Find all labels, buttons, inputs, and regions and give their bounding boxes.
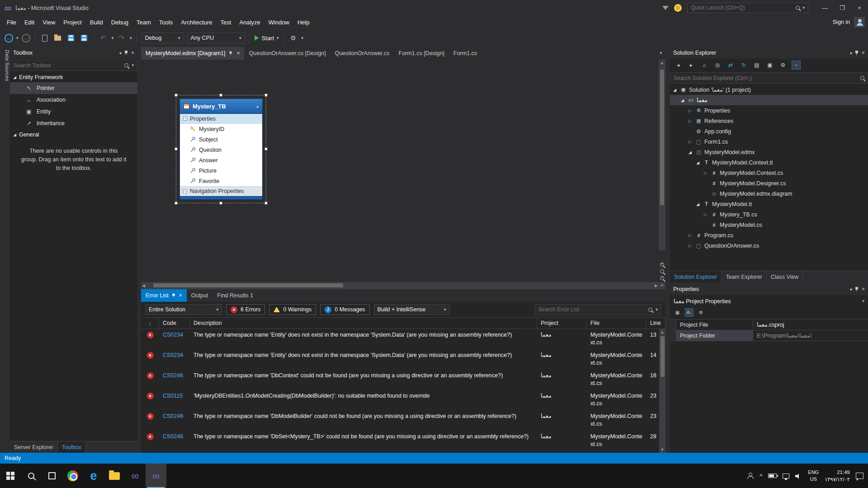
expander-icon[interactable]: ▷ [687, 244, 693, 248]
project-column-header[interactable]: Project [537, 318, 587, 328]
error-row[interactable]: × CS0246 The type or namespace name 'DbC… [141, 370, 665, 390]
error-code[interactable]: CS0234 [159, 352, 190, 359]
open-file-icon[interactable] [53, 33, 63, 43]
scroll-down-icon[interactable]: ▼ [659, 446, 665, 453]
tree-item[interactable]: ▷ # Mystery_TB.cs [670, 209, 868, 220]
expander-icon[interactable]: ▷ [687, 108, 693, 113]
pin-icon[interactable] [855, 286, 859, 292]
error-code[interactable]: CS0115 [159, 392, 190, 400]
description-column-header[interactable]: Description [190, 318, 537, 328]
expander-icon[interactable]: ◢ [687, 150, 693, 155]
data-sources-tab[interactable]: Data Sources [0, 47, 10, 453]
resize-handle[interactable] [175, 94, 178, 97]
forward-icon[interactable]: ▸ [687, 61, 696, 70]
property-value[interactable]: معما.csproj [753, 319, 868, 330]
menu-item[interactable]: Debug [107, 17, 132, 28]
panel-tab[interactable]: Output [187, 289, 213, 302]
undo-icon[interactable]: ↶ [99, 33, 108, 43]
back-icon[interactable]: ◂ [674, 61, 683, 70]
error-row[interactable]: × CS0234 The type or namespace name 'Ent… [141, 349, 665, 370]
tree-item[interactable]: ▷ ▦ References [670, 116, 868, 126]
navigate-back-icon[interactable]: ← [5, 34, 13, 42]
solution-configuration-combo[interactable]: Debug▾ [142, 33, 184, 43]
edmx-design-surface[interactable]: Mystery_TB ▴ − Properties MysteryID [141, 60, 665, 289]
expander-icon[interactable]: ▷ [703, 171, 708, 175]
expander-icon[interactable]: ▷ [687, 119, 693, 123]
menu-item[interactable]: Tools [155, 17, 177, 28]
visual-studio-running-icon[interactable]: ∞ [146, 464, 166, 488]
tree-item[interactable]: ⚙ App.config [670, 126, 868, 136]
messages-filter-button[interactable]: i 0 Messages [320, 304, 369, 315]
toolbox-group-general[interactable]: ◢ General [10, 129, 137, 140]
taskbar-search-icon[interactable] [21, 464, 42, 488]
visual-studio-pinned-icon[interactable]: ∞ [125, 464, 146, 488]
code-column-header[interactable]: Code [159, 318, 190, 328]
file-explorer-icon[interactable] [104, 464, 125, 488]
hidden-icons-chevron[interactable]: ^ [760, 473, 762, 479]
error-search-box[interactable]: ▾ [535, 304, 661, 315]
vertical-scrollbar[interactable]: ▲ ▼ [659, 329, 665, 453]
error-row[interactable]: × CS0234 The type or namespace name 'Ent… [141, 329, 665, 349]
zoom-in-icon[interactable] [660, 263, 664, 267]
scroll-left-icon[interactable]: ◀ [142, 282, 145, 289]
window-position-icon[interactable]: ▾ [850, 287, 852, 292]
toolbox-search-input[interactable] [14, 62, 121, 69]
tree-item[interactable]: ▷ ▢ QuestionOrAnswer.cs [670, 240, 868, 251]
tree-item[interactable]: ▷ # MysteryModel.Context.cs [670, 168, 868, 178]
scroll-up-icon[interactable]: ▲ [659, 329, 665, 335]
close-icon[interactable]: × [179, 292, 182, 299]
error-source-combo[interactable]: Build + IntelliSense▾ [374, 304, 450, 315]
property-value[interactable]: E:\Program\معما\معما\ [753, 330, 868, 341]
line-column-header[interactable]: Line [646, 318, 665, 328]
expander-icon[interactable]: ◢ [679, 98, 685, 103]
solution-search-box[interactable] [670, 72, 868, 84]
clock[interactable]: 21:49 ۱۳۹۷/۱۲/۰۲ [825, 469, 850, 483]
error-code[interactable]: CS0246 [159, 413, 190, 420]
error-row[interactable]: × CS0246 The type or namespace name 'DbS… [141, 431, 665, 451]
scrollbar-thumb[interactable] [660, 70, 664, 205]
solution-platform-combo[interactable]: Any CPU▾ [187, 33, 245, 43]
close-icon[interactable]: × [131, 50, 134, 56]
navigate-back-dropdown-icon[interactable]: ▾ [16, 36, 19, 40]
tab-class-view[interactable]: Class View [767, 271, 803, 282]
tab-server-explorer[interactable]: Server Explorer [10, 441, 58, 453]
toolbox-search-box[interactable]: ▾ [10, 60, 137, 71]
restore-button[interactable]: ❐ [834, 1, 851, 14]
task-view-icon[interactable] [42, 464, 62, 488]
menu-item[interactable]: Window [264, 17, 293, 28]
pin-icon[interactable] [172, 293, 175, 298]
undo-dropdown-icon[interactable]: ▾ [112, 36, 114, 40]
close-icon[interactable]: × [236, 50, 240, 56]
error-row[interactable]: × CS0115 'MysteryDBEntities1.OnModelCrea… [141, 390, 665, 410]
scrollbar-thumb[interactable] [660, 336, 665, 377]
tree-item[interactable]: ◢ ▣ Solution 'معما' (1 project) [670, 84, 868, 95]
start-debugging-button[interactable]: Start ▾ [255, 35, 279, 42]
scope-icon[interactable]: ◎ [713, 61, 722, 70]
tree-item[interactable]: ◢ T MysteryModel.tt [670, 199, 868, 209]
resize-handle[interactable] [175, 147, 178, 150]
panel-tab[interactable]: Error List × [141, 289, 187, 302]
warnings-filter-button[interactable]: 0 Warnings [269, 304, 316, 315]
quick-launch-input[interactable] [691, 5, 793, 11]
sign-in-link[interactable]: Sign in [833, 19, 850, 25]
resize-handle[interactable] [219, 202, 222, 205]
menu-item[interactable]: File [3, 17, 20, 28]
chrome-icon[interactable] [62, 464, 83, 488]
severity-column-header[interactable]: ↕ [141, 318, 159, 328]
window-position-icon[interactable]: ▾ [850, 51, 852, 56]
tree-item[interactable]: ◇ MysteryModel.edmx.diagram [670, 188, 868, 199]
editor-tab[interactable]: QuestionOrAnswer.cs [330, 47, 394, 60]
alphabetical-icon[interactable]: A↓ [685, 308, 693, 317]
menu-item[interactable]: Team [132, 17, 155, 28]
network-icon[interactable] [783, 474, 789, 479]
zoom-100-icon[interactable] [660, 269, 664, 273]
editor-tab[interactable]: Form1.cs [Design] [394, 47, 449, 60]
error-search-input[interactable] [538, 306, 645, 313]
volume-icon[interactable] [795, 473, 802, 479]
resize-handle[interactable] [264, 147, 268, 150]
minimize-button[interactable]: — [816, 1, 834, 14]
toolbar-options-icon[interactable]: ▾ [302, 36, 304, 40]
search-icon[interactable] [796, 6, 800, 10]
action-center-icon[interactable] [856, 473, 863, 479]
quick-launch-box[interactable]: ▾ [687, 3, 808, 13]
